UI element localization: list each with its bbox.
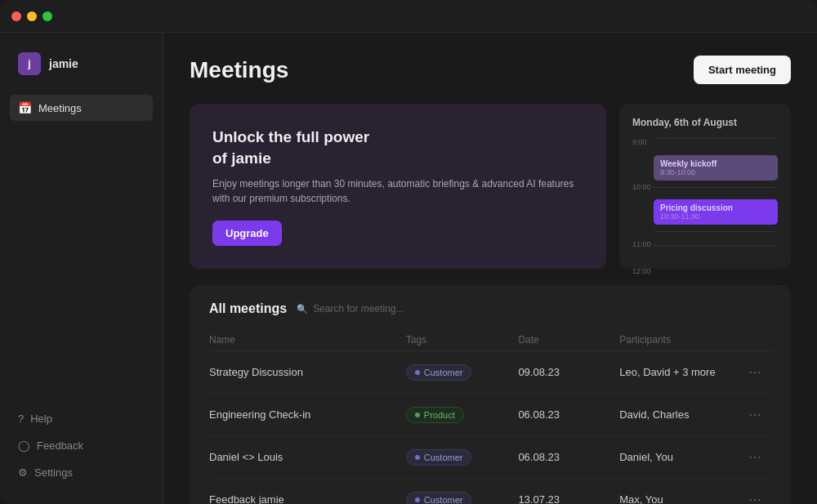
meeting-actions-cell: ⋯ xyxy=(743,479,771,504)
calendar-icon: 📅 xyxy=(18,101,32,114)
pricing-event-title: Pricing discussion xyxy=(660,203,771,212)
settings-label: Settings xyxy=(34,466,73,479)
sidebar-item-help[interactable]: ? Help xyxy=(10,407,153,430)
meeting-actions-cell: ⋯ xyxy=(743,436,771,479)
feedback-label: Feedback xyxy=(37,439,83,452)
time-label-1100: 11:00 xyxy=(632,240,651,248)
calendar-event-pricing[interactable]: Pricing discussion 10:30-11:30 xyxy=(654,199,778,225)
avatar: j xyxy=(18,52,41,75)
sidebar-nav: 📅 Meetings xyxy=(10,95,153,407)
pricing-event-time: 10:30-11:30 xyxy=(660,212,771,221)
upgrade-button[interactable]: Upgrade xyxy=(212,221,282,246)
meeting-date-cell: 09.08.23 xyxy=(518,351,619,394)
tag-label: Customer xyxy=(424,453,463,462)
table-row[interactable]: Feedback jamie Customer 13.07.23 Max, Yo… xyxy=(209,479,771,504)
table-header: Name Tags Date Participants xyxy=(209,329,771,351)
search-placeholder-text: Search for meeting... xyxy=(313,303,404,314)
kickoff-event-time: 9:30-10:00 xyxy=(660,168,771,176)
tag-label: Customer xyxy=(424,368,463,377)
meeting-more-button[interactable]: ⋯ xyxy=(743,488,767,504)
user-profile[interactable]: j jamie xyxy=(10,46,153,82)
meeting-search-bar[interactable]: 🔍 Search for meeting... xyxy=(297,303,404,314)
table-row[interactable]: Strategy Discussion Customer 09.08.23 Le… xyxy=(209,351,771,394)
calendar-card: Monday, 6th of August 9:00 Weekly kickof… xyxy=(619,104,791,269)
col-header-tags: Tags xyxy=(406,329,519,351)
minimize-button[interactable] xyxy=(27,11,37,21)
titlebar xyxy=(0,0,817,33)
time-label-900: 9:00 xyxy=(632,138,654,146)
page-title: Meetings xyxy=(190,57,288,83)
meetings-section-title: All meetings xyxy=(209,301,287,316)
calendar-event-kickoff[interactable]: Weekly kickoff 9:30-10:00 xyxy=(654,155,778,181)
meeting-date-cell: 06.08.23 xyxy=(518,436,619,479)
meeting-tag: Product xyxy=(406,407,464,423)
meeting-name-cell: Engineering Check-in xyxy=(209,394,406,436)
meeting-more-button[interactable]: ⋯ xyxy=(743,361,767,383)
close-button[interactable] xyxy=(11,11,21,21)
meeting-name-cell: Daniel <> Louis xyxy=(209,436,406,479)
meeting-tag-cell: Customer xyxy=(406,436,519,479)
tag-label: Product xyxy=(424,410,455,420)
meeting-participants-cell: David, Charles xyxy=(619,394,743,436)
sidebar-item-meetings-label: Meetings xyxy=(38,102,82,114)
time-line-1000 xyxy=(654,187,778,188)
col-header-date: Date xyxy=(518,329,619,351)
sidebar-item-settings[interactable]: ⚙ Settings xyxy=(10,461,153,484)
upgrade-card-content: Unlock the full power of jamie Enjoy mee… xyxy=(212,127,583,221)
calendar-date-label: Monday, 6th of August xyxy=(632,117,778,128)
meeting-date-cell: 13.07.23 xyxy=(518,479,619,504)
help-icon: ? xyxy=(18,413,24,425)
time-label-1000: 10:00 xyxy=(632,183,651,191)
time-line-1200 xyxy=(654,245,778,246)
gear-icon: ⚙ xyxy=(18,466,28,479)
meeting-participants-cell: Leo, David + 3 more xyxy=(619,351,743,394)
meetings-section: All meetings 🔍 Search for meeting... Nam… xyxy=(190,285,791,504)
sidebar-bottom: ? Help ◯ Feedback ⚙ Settings xyxy=(10,407,153,491)
main-header: Meetings Start meeting xyxy=(190,56,791,84)
table-row[interactable]: Engineering Check-in Product 06.08.23 Da… xyxy=(209,394,771,436)
fullscreen-button[interactable] xyxy=(42,11,52,21)
upgrade-title: Unlock the full power of jamie xyxy=(212,127,583,168)
traffic-lights xyxy=(11,11,52,21)
meeting-actions-cell: ⋯ xyxy=(743,351,771,394)
col-header-participants: Participants xyxy=(619,329,743,351)
meeting-tag-cell: Product xyxy=(406,394,519,436)
meetings-table: Name Tags Date Participants xyxy=(209,329,771,504)
time-line-1100 xyxy=(654,231,778,232)
tag-dot-icon xyxy=(415,413,420,417)
tag-label: Customer xyxy=(424,495,463,504)
feedback-icon: ◯ xyxy=(18,439,30,452)
calendar-events-area: 9:00 Weekly kickoff 9:30-10:00 10:00 xyxy=(654,138,778,246)
sidebar-item-meetings[interactable]: 📅 Meetings xyxy=(10,95,153,121)
tag-dot-icon xyxy=(415,370,420,375)
sidebar: j jamie 📅 Meetings ? Help ◯ Feedback xyxy=(0,33,163,504)
main-content: Meetings Start meeting Unlock the full p… xyxy=(163,33,817,504)
kickoff-event-title: Weekly kickoff xyxy=(660,159,771,168)
meetings-section-header: All meetings 🔍 Search for meeting... xyxy=(209,301,771,316)
meeting-tag-cell: Customer xyxy=(406,479,519,504)
meeting-tag: Customer xyxy=(406,492,472,504)
tag-dot-icon xyxy=(415,497,420,502)
upgrade-description: Enjoy meetings longer than 30 minutes, a… xyxy=(212,176,583,206)
upgrade-card: Unlock the full power of jamie Enjoy mee… xyxy=(190,104,606,269)
meeting-participants-cell: Max, You xyxy=(619,479,743,504)
search-icon: 🔍 xyxy=(297,304,308,314)
sidebar-item-feedback[interactable]: ◯ Feedback xyxy=(10,434,153,457)
time-label-1200: 12:00 xyxy=(632,267,651,275)
meeting-name-cell: Strategy Discussion xyxy=(209,351,406,394)
meeting-date-cell: 06.08.23 xyxy=(518,394,619,436)
start-meeting-button[interactable]: Start meeting xyxy=(694,56,791,84)
meeting-tag: Customer xyxy=(406,449,472,466)
meeting-tag: Customer xyxy=(406,364,472,381)
time-line-900 xyxy=(654,138,778,139)
col-header-actions xyxy=(743,329,771,351)
col-header-name: Name xyxy=(209,329,406,351)
help-label: Help xyxy=(30,413,52,425)
table-row[interactable]: Daniel <> Louis Customer 06.08.23 Daniel… xyxy=(209,436,771,479)
tag-dot-icon xyxy=(415,455,420,460)
meeting-participants-cell: Daniel, You xyxy=(619,436,743,479)
meeting-more-button[interactable]: ⋯ xyxy=(743,404,767,426)
meeting-more-button[interactable]: ⋯ xyxy=(743,446,767,468)
meeting-actions-cell: ⋯ xyxy=(743,394,771,436)
username-label: jamie xyxy=(49,57,78,70)
